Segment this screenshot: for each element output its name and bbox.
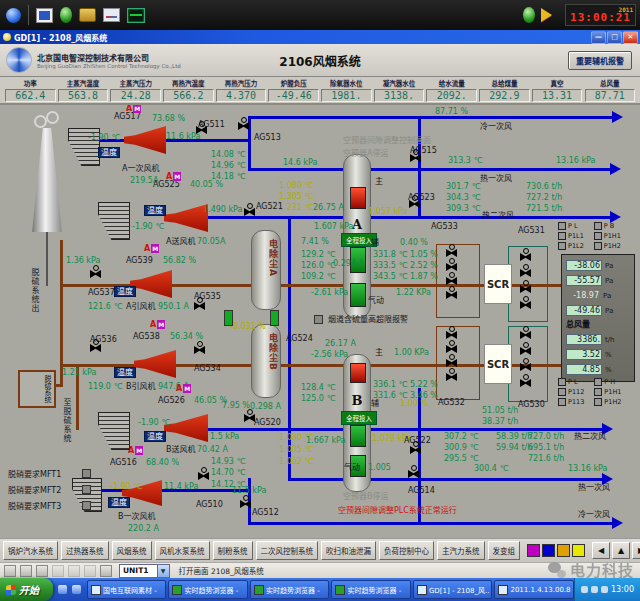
taskbar-task[interactable]: 实时趋势浏览器 -	[250, 580, 329, 599]
nav-button[interactable]: 二次风控制系统	[256, 541, 319, 560]
valve-icon[interactable]	[90, 344, 101, 352]
signal-monitor-icon[interactable]	[127, 8, 145, 23]
precipitator-b[interactable]: 电除尘B	[251, 324, 281, 398]
valve-icon[interactable]	[198, 472, 209, 480]
valve-icon[interactable]	[90, 270, 101, 278]
toolbar-icon-forward[interactable]	[52, 565, 64, 577]
quick-launch-icon[interactable]	[72, 585, 81, 594]
indicator-item[interactable]: P1L1	[558, 232, 584, 240]
alarm-motor-icon[interactable]: AM	[176, 384, 191, 393]
fgd-system-box[interactable]: 脱硫系统	[18, 370, 56, 408]
palette-swatch[interactable]	[557, 544, 570, 557]
nav-button[interactable]: 锅炉汽水系统	[3, 541, 58, 560]
valve-icon[interactable]	[238, 122, 249, 130]
indicator-item[interactable]: P1H1	[594, 388, 621, 396]
toolbar-icon-back[interactable]	[36, 565, 48, 577]
alarm-motor-icon[interactable]: AM	[166, 172, 181, 181]
valve-icon[interactable]	[240, 500, 251, 508]
fan-a-id[interactable]	[130, 270, 172, 298]
nav-button[interactable]: 发变组	[488, 541, 521, 560]
close-button[interactable]: ✕	[623, 31, 638, 44]
toolbar-icon-new[interactable]	[4, 565, 16, 577]
nav-arrow-button[interactable]: ▶	[632, 542, 640, 559]
valve-icon[interactable]	[520, 269, 531, 277]
scr-a[interactable]: SCR	[484, 264, 512, 304]
valve-icon[interactable]	[446, 263, 457, 271]
valve-icon[interactable]	[520, 253, 531, 261]
chevron-down-icon[interactable]: ▼	[157, 565, 169, 577]
palette-swatch[interactable]	[572, 544, 585, 557]
valve-icon[interactable]	[520, 363, 531, 371]
yellow-arrow-icon[interactable]	[541, 8, 559, 22]
app-sphere-icon[interactable]	[6, 8, 21, 23]
damper-b-fd[interactable]	[98, 412, 130, 450]
status-oval-icon[interactable]	[60, 7, 72, 23]
indicator-item[interactable]: P L	[558, 378, 584, 386]
palette-swatch[interactable]	[542, 544, 555, 557]
nav-button[interactable]: 负荷控制中心	[379, 541, 434, 560]
alarm-motor-icon[interactable]: AM	[144, 244, 159, 253]
nav-arrow-button[interactable]: ◀	[592, 542, 610, 559]
fan-b-fd[interactable]	[164, 414, 208, 442]
alarm-motor-icon[interactable]: AM	[126, 105, 141, 113]
maximize-button[interactable]: □	[607, 31, 622, 44]
fan-a-primary[interactable]	[124, 126, 166, 154]
valve-icon[interactable]	[446, 291, 457, 299]
indicator-item[interactable]: P113	[558, 398, 584, 406]
valve-icon[interactable]	[446, 359, 457, 367]
valve-icon[interactable]	[409, 200, 420, 208]
minimize-button[interactable]: —	[591, 31, 606, 44]
indicator-item[interactable]: P H	[594, 378, 621, 386]
alarm-motor-icon[interactable]: AM	[150, 320, 165, 329]
indicator-box[interactable]	[82, 469, 91, 478]
taskbar-task[interactable]: 2011.1.4.13.00.8	[494, 580, 573, 599]
valve-icon[interactable]	[446, 345, 457, 353]
toolbar-icon-favorite[interactable]	[20, 565, 32, 577]
alarm-motor-icon[interactable]: AM	[128, 446, 143, 455]
trend-chart-icon[interactable]	[103, 8, 120, 22]
scr-b[interactable]: SCR	[484, 344, 512, 384]
status-oval-icon-right[interactable]	[523, 7, 535, 23]
indicator-item[interactable]: P B	[594, 222, 621, 230]
window-titlebar[interactable]: GD[1] - 2108_风烟系统 — □ ✕	[0, 30, 640, 44]
valve-icon[interactable]	[446, 331, 457, 339]
taskbar-task[interactable]: 实时趋势浏览器 -	[168, 580, 247, 599]
valve-icon[interactable]	[244, 414, 255, 422]
valve-icon[interactable]	[410, 154, 421, 162]
indicator-item[interactable]: P1H2	[594, 242, 621, 250]
valve-icon[interactable]	[520, 347, 531, 355]
folder-search-icon[interactable]	[79, 8, 96, 22]
taskbar-task[interactable]: 国电互联网素材 -	[87, 580, 166, 599]
valve-icon[interactable]	[520, 285, 531, 293]
valve-icon[interactable]	[244, 208, 255, 216]
start-button[interactable]: 开始	[0, 578, 53, 601]
indicator-box[interactable]	[82, 485, 91, 494]
damper-array-a-left[interactable]	[436, 244, 480, 318]
indicator-box[interactable]	[82, 501, 91, 510]
valve-icon[interactable]	[408, 470, 419, 478]
damper-a-fd[interactable]	[98, 202, 130, 240]
indicator-box[interactable]	[314, 315, 323, 324]
valve-icon[interactable]	[520, 331, 531, 339]
valve-icon[interactable]	[410, 446, 421, 454]
tray-icon[interactable]	[591, 586, 598, 593]
valve-icon[interactable]	[446, 277, 457, 285]
monitor-icon[interactable]	[36, 8, 53, 23]
valve-icon[interactable]	[446, 249, 457, 257]
toolbar-icon-up[interactable]	[84, 565, 96, 577]
valve-icon[interactable]	[520, 379, 531, 387]
valve-icon[interactable]	[196, 126, 207, 134]
nav-button[interactable]: 吹扫和油泄漏	[321, 541, 376, 560]
indicator-item[interactable]: P L	[558, 222, 584, 230]
nav-button[interactable]: 主汽力系统	[437, 541, 485, 560]
unit-selector[interactable]: UNIT1 ▼	[119, 564, 170, 578]
indicator-item[interactable]: P1H2	[594, 398, 621, 406]
damper-array-b-left[interactable]	[436, 326, 480, 400]
toolbar-icon-edit[interactable]	[68, 565, 80, 577]
nav-button[interactable]: 过热器系统	[61, 541, 109, 560]
precipitator-a[interactable]: 电除尘A	[251, 230, 281, 310]
tray-icon[interactable]	[601, 586, 608, 593]
palette-swatch[interactable]	[527, 544, 540, 557]
valve-icon[interactable]	[194, 302, 205, 310]
valve-icon[interactable]	[520, 301, 531, 309]
